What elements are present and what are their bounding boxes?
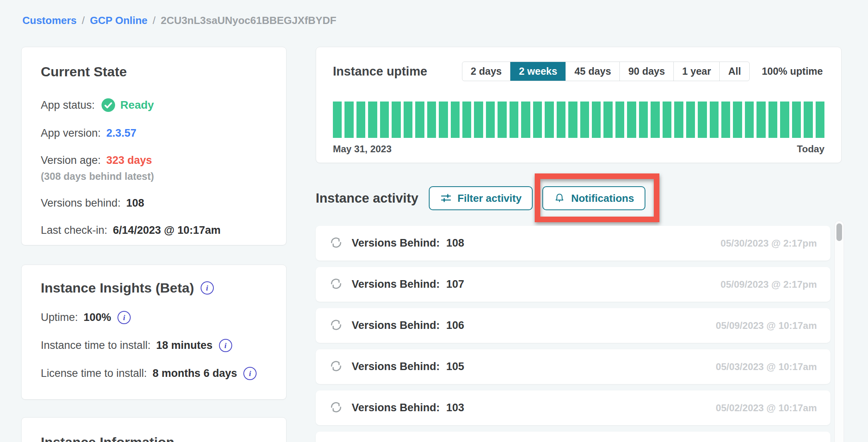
uptime-bar[interactable]	[404, 102, 412, 138]
uptime-bar[interactable]	[663, 102, 671, 138]
uptime-bar[interactable]	[592, 102, 601, 138]
uptime-bar[interactable]	[451, 102, 460, 138]
activity-scrollbar-track[interactable]	[834, 221, 844, 442]
breadcrumb-app-link[interactable]: GCP Online	[90, 14, 147, 27]
app-version-label: App version:	[41, 127, 101, 139]
uptime-row: Uptime: 100% i	[41, 311, 267, 324]
activity-row-label: Versions Behind:	[352, 278, 440, 291]
activity-row-label: Versions Behind:	[352, 402, 440, 414]
uptime-value: 100%	[84, 311, 111, 324]
filter-activity-button[interactable]: Filter activity	[429, 186, 533, 210]
uptime-bar[interactable]	[768, 102, 777, 138]
bell-icon	[553, 192, 565, 204]
instance-information-title: Instance Information	[41, 434, 267, 442]
uptime-bar[interactable]	[710, 102, 719, 138]
uptime-bar[interactable]	[392, 102, 400, 138]
uptime-bar[interactable]	[674, 102, 683, 138]
uptime-bar[interactable]	[533, 102, 542, 138]
uptime-bar[interactable]	[474, 102, 483, 138]
uptime-bar[interactable]	[698, 102, 707, 138]
uptime-bar[interactable]	[780, 102, 789, 138]
activity-row-timestamp: 05/09/2023 @ 10:17am	[716, 320, 817, 331]
activity-row: Versions Behind: 108 05/30/2023 @ 2:17pm	[316, 226, 830, 261]
instance-install-row: Instance time to install: 18 minutes i	[41, 339, 267, 352]
instance-uptime-card: Instance uptime 2 days 2 weeks 45 days 9…	[316, 47, 842, 163]
activity-row: Versions Behind: 107 05/09/2023 @ 2:17pm	[316, 267, 830, 302]
refresh-icon	[329, 318, 343, 333]
uptime-bar[interactable]	[580, 102, 589, 138]
license-install-row: License time to install: 8 months 6 days…	[41, 367, 267, 380]
versions-behind-row: Versions behind: 108	[41, 197, 267, 209]
refresh-icon	[329, 359, 343, 374]
license-install-label: License time to install:	[41, 367, 147, 380]
uptime-bar[interactable]	[745, 102, 754, 138]
uptime-range-button[interactable]: 2 days	[462, 62, 510, 81]
uptime-bar[interactable]	[368, 102, 377, 138]
uptime-bar[interactable]	[615, 102, 624, 138]
instance-insights-title-text: Instance Insights (Beta)	[41, 280, 194, 296]
current-state-card: Current State App status: Ready App vers…	[21, 47, 287, 245]
uptime-range-button[interactable]: 2 weeks	[510, 62, 565, 81]
version-age-note: (308 days behind latest)	[41, 171, 267, 182]
info-icon[interactable]: i	[243, 367, 257, 380]
check-circle-icon	[101, 98, 115, 112]
versions-behind-label: Versions behind:	[41, 197, 121, 209]
versions-behind-value: 108	[126, 197, 144, 209]
uptime-bar[interactable]	[427, 102, 436, 138]
uptime-bar[interactable]	[686, 102, 695, 138]
breadcrumb-customers-link[interactable]: Customers	[22, 14, 77, 27]
activity-row: Versions Behind: 106 05/09/2023 @ 10:17a…	[316, 308, 830, 343]
version-age-label: Version age:	[41, 154, 101, 167]
uptime-bar[interactable]	[804, 102, 812, 138]
uptime-bar[interactable]	[545, 102, 553, 138]
uptime-bar[interactable]	[792, 102, 801, 138]
breadcrumb-separator: /	[153, 14, 155, 27]
uptime-bar[interactable]	[380, 102, 389, 138]
uptime-bar[interactable]	[627, 102, 636, 138]
instance-insights-card: Instance Insights (Beta) i Uptime: 100% …	[21, 265, 287, 400]
uptime-bar[interactable]	[721, 102, 730, 138]
uptime-bar[interactable]	[439, 102, 448, 138]
uptime-range-button[interactable]: 1 year	[673, 62, 719, 81]
activity-row-value: 108	[446, 237, 464, 249]
uptime-bar[interactable]	[639, 102, 648, 138]
uptime-range-button[interactable]: 90 days	[619, 62, 673, 81]
uptime-bar[interactable]	[757, 102, 765, 138]
uptime-bar[interactable]	[486, 102, 495, 138]
uptime-bar[interactable]	[462, 102, 471, 138]
activity-row-timestamp: 05/03/2023 @ 10:17am	[716, 361, 817, 372]
breadcrumb-separator: /	[82, 14, 85, 27]
info-icon[interactable]: i	[219, 339, 232, 352]
uptime-bar[interactable]	[415, 102, 424, 138]
uptime-bar[interactable]	[333, 102, 342, 138]
app-status-row: App status: Ready	[41, 98, 267, 112]
uptime-bar[interactable]	[733, 102, 742, 138]
uptime-range-group: 2 days 2 weeks 45 days 90 days 1 year Al…	[462, 62, 750, 81]
activity-row-value: 105	[446, 360, 464, 373]
uptime-range-button[interactable]: 45 days	[565, 62, 619, 81]
activity-row-value: 107	[446, 278, 464, 291]
uptime-bar[interactable]	[651, 102, 659, 138]
info-icon[interactable]: i	[117, 311, 131, 324]
activity-scrollbar-thumb[interactable]	[836, 223, 842, 241]
uptime-bar[interactable]	[603, 102, 612, 138]
app-version-row: App version: 2.3.57	[41, 127, 267, 139]
uptime-bar[interactable]	[356, 102, 365, 138]
app-version-value[interactable]: 2.3.57	[106, 127, 136, 139]
uptime-label: Uptime:	[41, 311, 78, 324]
instance-activity-list: Versions Behind: 108 05/30/2023 @ 2:17pm…	[316, 226, 830, 442]
uptime-bar[interactable]	[510, 102, 518, 138]
uptime-bar[interactable]	[498, 102, 506, 138]
uptime-bar[interactable]	[557, 102, 565, 138]
uptime-start-label: May 31, 2023	[333, 143, 392, 155]
filter-activity-label: Filter activity	[458, 192, 522, 205]
info-icon[interactable]: i	[201, 281, 214, 295]
uptime-range-button[interactable]: All	[719, 62, 749, 81]
uptime-bar[interactable]	[521, 102, 530, 138]
notifications-button[interactable]: Notifications	[542, 186, 645, 210]
activity-row-value: 103	[446, 402, 464, 414]
uptime-summary: 100% uptime	[762, 66, 823, 77]
uptime-bar[interactable]	[344, 102, 353, 138]
uptime-bar[interactable]	[816, 102, 824, 138]
uptime-bar[interactable]	[568, 102, 577, 138]
